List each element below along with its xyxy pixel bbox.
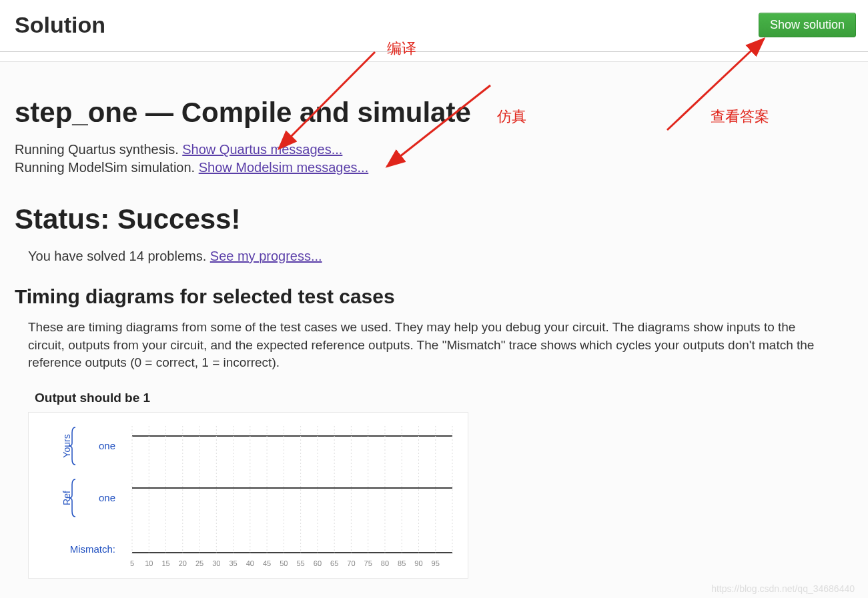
yours-signal-label: one xyxy=(99,440,115,451)
timing-diagram: Yours one Ref one Mismatch: 510152025303… xyxy=(28,412,468,579)
show-modelsim-link[interactable]: Show Modelsim messages... xyxy=(199,160,369,175)
ref-signal-label: one xyxy=(99,492,115,503)
svg-text:90: 90 xyxy=(414,559,422,567)
svg-text:95: 95 xyxy=(432,559,440,567)
svg-text:75: 75 xyxy=(364,559,372,567)
svg-text:70: 70 xyxy=(347,559,355,567)
timing-description: These are timing diagrams from some of t… xyxy=(28,319,833,372)
svg-text:50: 50 xyxy=(280,559,288,567)
ref-bracket-icon xyxy=(69,479,75,517)
svg-text:10: 10 xyxy=(145,559,153,567)
main-panel: step_one — Compile and simulate Running … xyxy=(0,61,868,598)
see-progress-link[interactable]: See my progress... xyxy=(210,249,322,263)
modelsim-running-text: Running ModelSim simulation. xyxy=(15,160,199,175)
svg-text:20: 20 xyxy=(179,559,187,567)
svg-text:35: 35 xyxy=(229,559,237,567)
modelsim-line: Running ModelSim simulation. Show Models… xyxy=(15,159,853,177)
vertical-gridlines xyxy=(132,426,452,556)
watermark: https://blog.csdn.net/qq_34686440 xyxy=(711,583,855,594)
svg-text:80: 80 xyxy=(381,559,389,567)
header-bar: Solution Show solution xyxy=(0,0,868,52)
show-quartus-link[interactable]: Show Quartus messages... xyxy=(182,142,342,157)
quartus-running-text: Running Quartus synthesis. xyxy=(15,142,182,157)
svg-text:60: 60 xyxy=(314,559,322,567)
svg-text:55: 55 xyxy=(297,559,305,567)
svg-text:85: 85 xyxy=(398,559,406,567)
svg-text:15: 15 xyxy=(161,559,169,567)
solution-heading: Solution xyxy=(15,12,105,38)
solved-prefix: You have solved xyxy=(28,249,129,263)
svg-text:65: 65 xyxy=(330,559,338,567)
timing-svg: Yours one Ref one Mismatch: 510152025303… xyxy=(35,419,462,573)
svg-text:45: 45 xyxy=(263,559,271,567)
mismatch-label: Mismatch: xyxy=(70,543,115,555)
svg-text:40: 40 xyxy=(246,559,254,567)
svg-text:25: 25 xyxy=(195,559,203,567)
svg-text:30: 30 xyxy=(212,559,220,567)
solved-count: 14 xyxy=(129,249,144,263)
x-axis-ticks: 5101520253035404550556065707580859095 xyxy=(130,559,440,567)
svg-text:5: 5 xyxy=(130,559,134,567)
solved-line: You have solved 14 problems. See my prog… xyxy=(28,249,853,264)
timing-heading: Timing diagrams for selected test cases xyxy=(15,285,853,308)
page-title: step_one — Compile and simulate xyxy=(15,97,853,129)
quartus-line: Running Quartus synthesis. Show Quartus … xyxy=(15,141,853,159)
solved-suffix: problems. xyxy=(144,249,210,263)
status-heading: Status: Success! xyxy=(15,203,853,235)
yours-bracket-icon xyxy=(69,427,75,465)
diagram-title: Output should be 1 xyxy=(35,391,853,405)
show-solution-button[interactable]: Show solution xyxy=(759,13,856,37)
